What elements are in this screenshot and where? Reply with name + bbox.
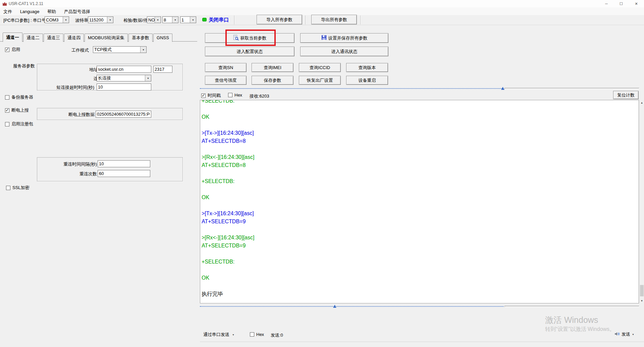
scroll-up-icon[interactable]: ▲ — [639, 100, 644, 105]
checkbox-box: ✓ — [5, 122, 9, 126]
toolbar-separator — [234, 15, 234, 24]
timestamp-label: 时间戳 — [208, 93, 221, 99]
pc-serial-label: [PC串口参数] : 串口号 — [3, 17, 46, 23]
tab-channel-2[interactable]: 通道二 — [23, 34, 43, 42]
log-line: AT+SELECTDB=9 — [202, 242, 639, 250]
sent-count: 发送:0 — [271, 332, 283, 338]
power-data-input[interactable] — [96, 111, 151, 118]
speaker-icon — [614, 332, 620, 337]
check-icon: ✓ — [202, 93, 205, 98]
log-line: AT+SELECTDB=8 — [202, 137, 639, 145]
log-top-trackbar[interactable] — [200, 86, 641, 91]
log-output[interactable]: +SELECTDB: OK >[Tx->][16:24:30][asc]AT+S… — [200, 100, 639, 303]
reconnect-interval-input[interactable] — [98, 160, 150, 167]
log-line — [202, 201, 639, 210]
register-pkg-checkbox[interactable]: ✓ 启用注册包 — [5, 121, 33, 127]
query-version-button[interactable]: 查询版本 — [346, 63, 388, 72]
log-bottom-trackbar[interactable] — [200, 304, 641, 308]
parity-select[interactable]: NONI ▼ — [147, 16, 161, 23]
chevron-down-icon: ▼ — [140, 47, 146, 53]
chevron-down-icon: ▼ — [63, 17, 69, 23]
set-save-all-params-button[interactable]: 设置并保存所有参数 — [300, 33, 388, 43]
stopbits-select[interactable]: 1 ▼ — [180, 16, 196, 23]
import-all-params-button[interactable]: 导入所有参数 — [257, 15, 302, 24]
recv-hex-checkbox[interactable]: ✓ Hex — [228, 93, 242, 98]
reconnect-interval-label: 重连时间间隔(秒) — [47, 161, 97, 167]
checkbox-box: ✓ — [228, 93, 232, 97]
menu-file[interactable]: 文件 — [0, 7, 15, 15]
close-port-button[interactable]: 关闭串口 — [209, 17, 229, 23]
send-button[interactable]: 发送 ▼ — [614, 331, 634, 337]
enter-comm-state-button[interactable]: 进入通讯状态 — [300, 47, 388, 56]
log-line: >[Tx->][16:24:30][asc] — [202, 210, 639, 218]
enable-checkbox[interactable]: ✓ 启用 — [5, 47, 20, 53]
enter-config-state-button[interactable]: 进入配置状态 — [205, 47, 294, 56]
window-title: USR-CAT1 V1.2.11 — [9, 1, 43, 6]
tab-channel-1[interactable]: 通道一 — [3, 33, 22, 42]
log-line — [202, 266, 639, 274]
baud-label: 波特率 — [75, 17, 88, 23]
titlebar: USR-CAT1 V1.2.11 ─ ☐ ✕ — [0, 0, 644, 7]
query-signal-button[interactable]: 查信号强度 — [205, 76, 247, 85]
register-pkg-label: 启用注册包 — [11, 121, 33, 127]
send-hex-checkbox[interactable]: ✓ Hex — [250, 332, 264, 337]
work-mode-select[interactable]: TCP模式 ▼ — [93, 46, 147, 53]
log-line — [202, 169, 639, 177]
menu-language[interactable]: Language — [17, 8, 43, 15]
short-timeout-input[interactable] — [97, 83, 151, 91]
chevron-down-icon: ▼ — [155, 17, 161, 23]
send-mode-dropdown[interactable]: 通过串口发送 ▼ — [203, 332, 234, 338]
ssl-checkbox[interactable]: ✓ SSL加密 — [6, 185, 30, 191]
work-mode-label: 工作模式 — [71, 47, 89, 53]
log-line: +SELECTDB: — [202, 258, 639, 266]
toolbar-separator — [305, 15, 306, 24]
minimize-icon[interactable]: ─ — [599, 0, 614, 7]
log-vertical-scrollbar[interactable]: ▲ ▼ — [639, 100, 644, 303]
tab-gnss[interactable]: GNSS — [153, 34, 172, 42]
scrollbar-thumb[interactable] — [640, 285, 644, 296]
query-imei-button[interactable]: 查询IMEI — [252, 63, 293, 72]
chevron-down-icon: ▼ — [632, 333, 634, 336]
doc-search-icon — [233, 35, 239, 42]
timestamp-checkbox[interactable]: ✓ 时间戳 — [201, 93, 221, 99]
toolbar-separator — [360, 15, 361, 24]
export-all-params-button[interactable]: 导出所有参数 — [311, 15, 357, 24]
trackbar-thumb[interactable] — [333, 305, 336, 308]
power-report-label: 断电上报 — [11, 107, 29, 113]
menu-help[interactable]: 帮助 — [44, 7, 59, 15]
query-sn-button[interactable]: 查询SN — [205, 63, 247, 72]
tab-strip: 通道一 通道二 通道三 通道四 MODBUS轮询采集 基本参数 GNSS — [3, 33, 173, 42]
power-data-label: 断电上报数据 — [57, 112, 95, 118]
tab-channel-4[interactable]: 通道四 — [64, 34, 84, 42]
power-report-checkbox[interactable]: ✓ 断电上报 — [5, 107, 29, 113]
server-group-label: 服务器参数 — [13, 63, 35, 69]
get-current-params-button[interactable]: 获取当前参数 — [205, 33, 294, 43]
server-address-input[interactable] — [97, 66, 151, 73]
query-iccid-button[interactable]: 查询ICCID — [299, 63, 341, 72]
reconnect-count-input[interactable] — [98, 170, 150, 177]
baud-select[interactable]: 115200 ▼ — [88, 16, 113, 23]
scroll-down-icon[interactable]: ▼ — [639, 298, 644, 303]
backup-server-checkbox[interactable]: ✓ 备份服务器 — [5, 94, 33, 100]
menu-product-model[interactable]: 产品型号选择 — [61, 7, 94, 15]
reset-counter-button[interactable]: 复位计数 — [613, 91, 639, 99]
server-port-input[interactable] — [153, 66, 172, 73]
tab-channel-3[interactable]: 通道三 — [44, 34, 63, 42]
tab-basic-params[interactable]: 基本参数 — [128, 34, 153, 42]
port-status-led-icon — [202, 18, 207, 21]
conn-type-select[interactable]: 长连接 ▼ — [97, 75, 151, 81]
close-icon[interactable]: ✕ — [629, 0, 644, 7]
server-groupbox: 地址和端口 连接类型 长连接 ▼ 短连接超时时间(秒) — [37, 64, 183, 91]
device-reboot-button[interactable]: 设备重启 — [346, 76, 388, 85]
maximize-icon[interactable]: ☐ — [614, 0, 629, 7]
log-line: 执行完毕 — [202, 290, 639, 298]
factory-reset-button[interactable]: 恢复出厂设置 — [299, 76, 341, 85]
save-params-button[interactable]: 保存参数 — [252, 76, 293, 85]
log-line: OK — [202, 113, 639, 121]
tab-modbus[interactable]: MODBUS轮询采集 — [85, 34, 128, 42]
recv-hex-label: Hex — [234, 93, 242, 98]
chevron-down-icon: ▼ — [107, 17, 113, 23]
databits-select[interactable]: 8 ▼ — [162, 16, 178, 23]
trackbar-thumb[interactable] — [501, 87, 504, 90]
com-port-select[interactable]: COM3 ▼ — [45, 16, 69, 23]
